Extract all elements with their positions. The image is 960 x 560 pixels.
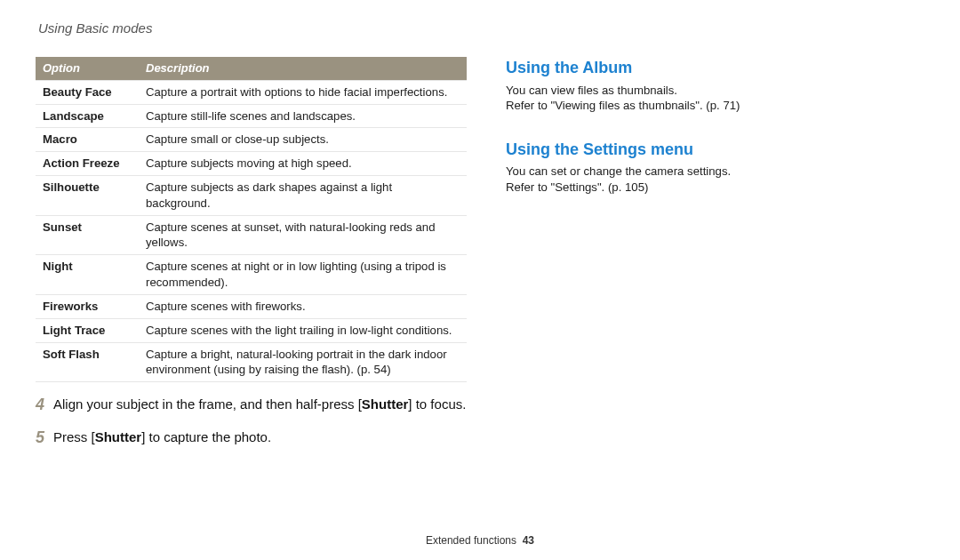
table-row: FireworksCapture scenes with fireworks. bbox=[36, 294, 467, 318]
option-name: Fireworks bbox=[36, 294, 139, 318]
document-page: Using Basic modes Option Description Bea… bbox=[0, 0, 960, 560]
option-desc: Capture small or close-up subjects. bbox=[139, 128, 467, 152]
option-name: Soft Flash bbox=[36, 342, 139, 382]
option-name: Beauty Face bbox=[36, 80, 139, 104]
option-name: Macro bbox=[36, 128, 139, 152]
option-desc: Capture scenes at night or in low lighti… bbox=[139, 255, 467, 295]
options-header-option: Option bbox=[36, 57, 139, 80]
step-text: Align your subject in the frame, and the… bbox=[53, 396, 467, 415]
step-5: 5 Press [Shutter] to capture the photo. bbox=[36, 428, 467, 448]
step-text: Press [Shutter] to capture the photo. bbox=[53, 428, 467, 448]
options-header-description: Description bbox=[139, 57, 467, 80]
option-name: Night bbox=[36, 255, 139, 295]
right-column: Using the Album You can view files as th… bbox=[506, 57, 915, 447]
option-name: Sunset bbox=[36, 215, 139, 255]
table-row: MacroCapture small or close-up subjects. bbox=[36, 128, 467, 152]
step-number: 5 bbox=[36, 428, 53, 448]
option-desc: Capture subjects moving at high speed. bbox=[139, 152, 467, 176]
option-name: Landscape bbox=[36, 104, 139, 128]
left-column: Option Description Beauty FaceCapture a … bbox=[36, 57, 467, 447]
section-line: Refer to "Settings". (p. 105) bbox=[506, 180, 915, 196]
table-row: SunsetCapture scenes at sunset, with nat… bbox=[36, 215, 467, 255]
content-columns: Option Description Beauty FaceCapture a … bbox=[36, 57, 924, 447]
options-table: Option Description Beauty FaceCapture a … bbox=[36, 57, 467, 382]
option-desc: Capture subjects as dark shapes against … bbox=[139, 176, 467, 216]
table-row: LandscapeCapture still-life scenes and l… bbox=[36, 104, 467, 128]
option-desc: Capture still-life scenes and landscapes… bbox=[139, 104, 467, 128]
section-line: You can view files as thumbnails. bbox=[506, 83, 915, 99]
option-name: Silhouette bbox=[36, 176, 139, 216]
footer-page-number: 43 bbox=[523, 534, 534, 547]
option-name: Action Freeze bbox=[36, 152, 139, 176]
section-heading-album: Using the Album bbox=[506, 57, 915, 78]
table-row: NightCapture scenes at night or in low l… bbox=[36, 255, 467, 295]
step-number: 4 bbox=[36, 396, 53, 415]
table-row: Action FreezeCapture subjects moving at … bbox=[36, 152, 467, 176]
section-line: Refer to "Viewing files as thumbnails". … bbox=[506, 98, 915, 114]
option-desc: Capture a bright, natural-looking portra… bbox=[139, 342, 467, 382]
table-row: Soft FlashCapture a bright, natural-look… bbox=[36, 342, 467, 382]
option-desc: Capture scenes at sunset, with natural-l… bbox=[139, 215, 467, 255]
table-row: Beauty FaceCapture a portrait with optio… bbox=[36, 80, 467, 104]
section-line: You can set or change the camera setting… bbox=[506, 164, 915, 180]
page-footer: Extended functions 43 bbox=[0, 533, 960, 548]
option-name: Light Trace bbox=[36, 318, 139, 342]
section-heading-settings: Using the Settings menu bbox=[506, 139, 915, 160]
section-body-settings: You can set or change the camera setting… bbox=[506, 164, 915, 196]
option-desc: Capture a portrait with options to hide … bbox=[139, 80, 467, 104]
table-row: SilhouetteCapture subjects as dark shape… bbox=[36, 176, 467, 216]
option-desc: Capture scenes with the light trailing i… bbox=[139, 318, 467, 342]
footer-section: Extended functions bbox=[426, 534, 516, 547]
step-4: 4 Align your subject in the frame, and t… bbox=[36, 396, 467, 415]
breadcrumb: Using Basic modes bbox=[38, 20, 924, 37]
section-body-album: You can view files as thumbnails. Refer … bbox=[506, 83, 915, 115]
table-row: Light TraceCapture scenes with the light… bbox=[36, 318, 467, 342]
option-desc: Capture scenes with fireworks. bbox=[139, 294, 467, 318]
